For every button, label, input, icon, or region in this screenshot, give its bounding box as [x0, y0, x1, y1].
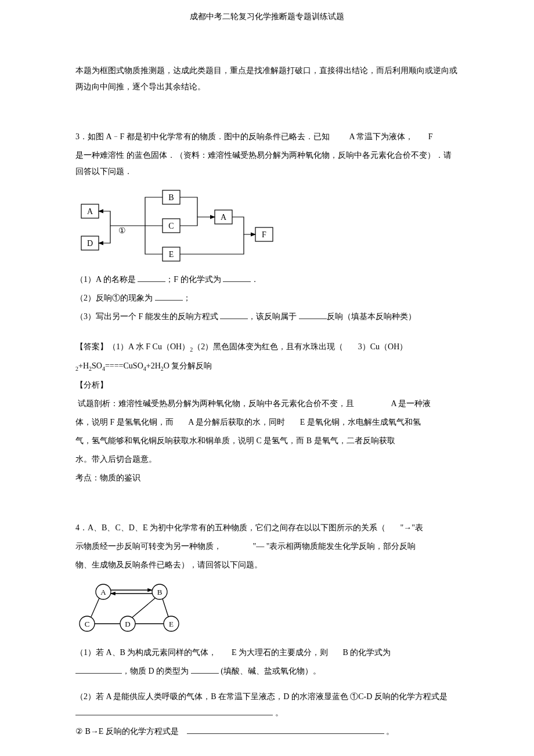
q4-stem-c: 示物质经一步反响可转变为另一种物质， — [75, 542, 222, 551]
q3-sub3: （3）写出另一个 F 能发生的反响方程式 ，该反响属于 反响（填基本反响种类） — [75, 309, 459, 325]
q4-number: 4． — [75, 523, 88, 532]
svg-line-15 — [91, 598, 99, 617]
q4-diag-A: A — [100, 587, 106, 596]
page-title: 成都中考二轮复习化学推断题专题训练试题 — [190, 12, 344, 21]
q3-analysis-1: 试题剖析：难溶性碱受热易分解为两种氧化物，反响中各元素化合价不变，且 A 是一种… — [75, 396, 459, 412]
q3-analysis-1b: A 是一种液 — [391, 399, 431, 408]
intro-text: 本题为框图式物质推测题，达成此类题目，重点是找准解题打破口，直接得出结论，而后利… — [75, 66, 457, 91]
q3-diag-A: A — [87, 207, 93, 216]
q3-analysis-4: 水。带入后切合题意。 — [75, 451, 459, 468]
q4-stem-line1: 4．A、B、C、D、E 为初中化学常有的五种物质，它们之间存在以以下图所示的关系… — [75, 520, 459, 536]
q3-analysis-2b: A 是分解后获取的水，同时 — [188, 418, 285, 426]
blank — [187, 725, 384, 733]
q3-stem-a: 如图 A﹣F 都是初中化学常有的物质．图中的反响条件已略去．已知 — [88, 132, 330, 141]
page-header: 成都中考二轮复习化学推断题专题训练试题 — [0, 0, 534, 63]
q3-stem-line1: 3．如图 A﹣F 都是初中化学常有的物质．图中的反响条件已略去．已知 A 常温下… — [75, 129, 459, 145]
q4-sub2-a: （2）若 A 是能供应人类呼吸的气体，B 在常温下呈液态，D 的水溶液显蓝色 ①… — [75, 692, 448, 701]
q4-sub1-a: （1）若 A、B 为构成元素同样的气体， — [75, 648, 217, 657]
q3-sub1-b: ；F 的化学式为 — [165, 275, 223, 284]
q4-stem-line3: 物、生成物及反响条件已略去），请回答以下问题。 — [75, 557, 459, 573]
blank — [75, 664, 122, 673]
q3-diag-C: C — [168, 222, 174, 230]
q3-sub3-a: （3）写出另一个 F 能发生的反响方程式 — [75, 312, 220, 321]
blank — [138, 273, 165, 282]
q3-sub3-c: 反响（填基本反响种类） — [327, 312, 416, 321]
q3-stem-line2: 是一种难溶性 的蓝色固体．（资料：难溶性碱受热易分解为两种氧化物，反响中各元素化… — [75, 147, 459, 180]
q3-diag-B: B — [168, 193, 174, 202]
q4-diag-E: E — [169, 619, 174, 628]
q4-sub1-d: ，物质 D 的类型为 — [122, 667, 191, 675]
q3-ans-a: （1）A 水 F Cu（OH） — [108, 342, 190, 351]
q3-analysis-1a: 试题剖析：难溶性碱受热易分解为两种氧化物，反响中各元素化合价不变，且 — [78, 399, 354, 408]
q3-diag-circ1: ① — [118, 226, 126, 235]
q4-sub3-a: ② B→E 反响的化学方程式是 — [75, 727, 179, 736]
q3-sub2-b: ； — [183, 294, 191, 302]
svg-line-16 — [163, 599, 168, 617]
q4-sub3: ② B→E 反响的化学方程式是 。 — [75, 724, 459, 740]
analysis-label: 【分析】 — [75, 381, 108, 389]
q3-analysis-4t: 水。带入后切合题意。 — [75, 455, 157, 464]
q4-sub1-e: (填酸、碱、盐或氧化物）。 — [221, 667, 321, 675]
q4-stem-a: A、B、C、D、E 为初中化学常有的五种物质，它们之间存在以以下图所示的关系（ — [88, 523, 385, 532]
blank — [299, 310, 327, 319]
q4-sub3-b: 。 — [386, 727, 394, 736]
q4-sub1-c: B 的化学式为 — [343, 648, 391, 657]
q3-diag-F: F — [262, 230, 266, 239]
q3-stem-d: 是一种难溶性 的蓝色固体．（资料：难溶性碱受热易分解为两种氧化物，反响中各元素化… — [75, 151, 452, 176]
q4-stem-d: "— "表示相两物质能发生化学反响，部分反响 — [253, 542, 416, 551]
svg-line-17 — [132, 598, 155, 617]
blank — [155, 292, 183, 301]
q3-sub2-a: （2）反响①的现象为 — [75, 294, 155, 302]
q4-stem-e: 物、生成物及反响条件已略去），请回答以下问题。 — [75, 560, 262, 569]
q3-number: 3． — [75, 132, 88, 141]
q4-stem-b: "→"表 — [400, 523, 423, 532]
q3-ans-g: +2H — [146, 361, 161, 370]
q3-analysis-2: 体，说明 F 是氢氧化铜，而 A 是分解后获取的水，同时 E 是氧化铜，水电解生… — [75, 414, 459, 431]
q4-diag-B: B — [157, 587, 163, 596]
blank — [223, 273, 251, 282]
q3-diagram: .box { fill: #fff; stroke: #000; stroke-… — [75, 187, 459, 262]
document-body: 本题为框图式物质推测题，达成此类题目，重点是找准解题打破口，直接得出结论，而后利… — [0, 63, 534, 740]
answer-label: 【答案】 — [75, 342, 108, 351]
q4-sub2: （2）若 A 是能供应人类呼吸的气体，B 在常温下呈液态，D 的水溶液显蓝色 ①… — [75, 689, 459, 721]
q3-sub3-b: ，该反响属于 — [248, 312, 299, 321]
q4-diag-C: C — [85, 619, 90, 628]
blank — [191, 664, 219, 673]
q4-sub1-b: E 为大理石的主要成分，则 — [232, 648, 328, 657]
q3-analysis-label: 【分析】 — [75, 377, 459, 393]
q3-ans-e: SO — [92, 361, 102, 370]
q4-stem-line2: 示物质经一步反响可转变为另一种物质， "— "表示相两物质能发生化学反响，部分反… — [75, 538, 459, 555]
q3-analysis-2c: E 是氧化铜，水电解生成氧气和氢 — [300, 418, 421, 426]
q3-sub1-c: ． — [251, 275, 259, 284]
q4-diagram: .nd { fill: #fff; stroke: #000; stroke-w… — [75, 580, 459, 635]
q3-stem-b: A 常温下为液体， — [349, 132, 413, 141]
q3-ans-c: 3）Cu（OH） — [358, 342, 408, 351]
q3-sub2: （2）反响①的现象为 ； — [75, 290, 459, 306]
q4-sub2-b: 。 — [275, 708, 283, 717]
q3-diag-D: D — [87, 239, 93, 248]
q4-sub1-line2: ，物质 D 的类型为 (填酸、碱、盐或氧化物）。 — [75, 663, 459, 679]
blank — [220, 310, 248, 319]
q3-ans-f: ====CuSO — [105, 361, 143, 370]
q3-sub1-a: （1）A 的名称是 — [75, 275, 138, 284]
q3-analysis-3t: 气，氢气能够和氧化铜反响获取水和铜单质，说明 C 是氢气，而 B 是氧气，二者反… — [75, 436, 395, 445]
intro-paragraph: 本题为框图式物质推测题，达成此类题目，重点是找准解题打破口，直接得出结论，而后利… — [75, 63, 459, 95]
q3-ans-b: （2）黑色固体变为红色，且有水珠出现（ — [193, 342, 343, 351]
q3-analysis-2a: 体，说明 F 是氢氧化铜，而 — [75, 418, 174, 426]
q3-diag-A2: A — [221, 213, 227, 222]
q3-stem-c: F — [428, 132, 433, 141]
q3-analysis-5: 考点：物质的鉴识 — [75, 470, 459, 486]
q3-sub1: （1）A 的名称是 ；F 的化学式为 ． — [75, 272, 459, 288]
q3-diag-E: E — [169, 250, 174, 259]
q3-analysis-3: 气，氢气能够和氧化铜反响获取水和铜单质，说明 C 是氢气，而 B 是氧气，二者反… — [75, 433, 459, 449]
q4-diag-D: D — [125, 619, 130, 628]
q4-sub1-line1: （1）若 A、B 为构成元素同样的气体， E 为大理石的主要成分，则 B 的化学… — [75, 645, 459, 661]
q3-answer-line2: 2+H2SO4====CuSO4+2H2O 复分解反响 — [75, 358, 459, 375]
q3-answer-line1: 【答案】（1）A 水 F Cu（OH）2（2）黑色固体变为红色，且有水珠出现（ … — [75, 339, 459, 356]
q3-ans-d: +H — [78, 361, 89, 370]
blank — [75, 706, 273, 715]
q3-ans-h: O 复分解反响 — [164, 361, 212, 370]
q3-analysis-5t: 考点：物质的鉴识 — [75, 473, 140, 482]
